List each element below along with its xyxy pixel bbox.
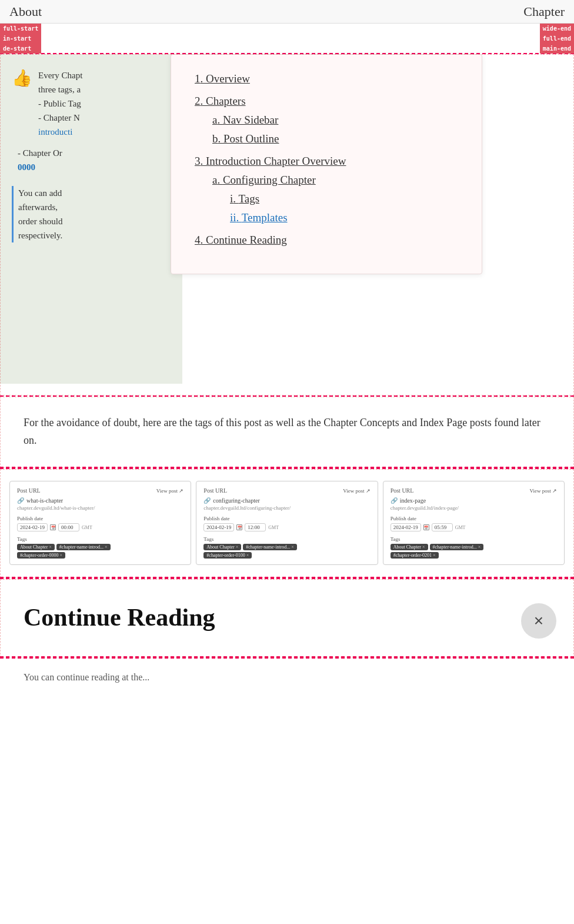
post-card-1-header-label: Post URL (17, 487, 41, 494)
left-text-add2: afterwards, (18, 202, 58, 212)
toc-sub-list-intro: Configuring Chapter Tags Templates (212, 174, 458, 224)
post-card-3-tag-1: About Chapter × (391, 544, 428, 550)
post-card-2-date-input[interactable]: 2024-02-19 (203, 523, 234, 531)
toc-label-intro-chapter[interactable]: Introduction Chapter Overview (195, 155, 346, 167)
post-card-2-date-row: 2024-02-19 📅 12:00 GMT (203, 523, 370, 531)
left-text-line4: - Chapter N (38, 113, 80, 122)
post-card-2-date-label: Publish date (203, 516, 370, 521)
tag-chip-x-4[interactable]: × (236, 544, 239, 550)
left-text-line2: three tags, a (38, 85, 81, 94)
close-button[interactable]: × (521, 603, 556, 639)
toc-label-continue[interactable]: Continue Reading (195, 234, 287, 246)
post-card-3-tags-row: About Chapter × #chapter-name-introd... … (391, 544, 557, 550)
avoidance-section: For the avoidance of doubt, here are the… (0, 397, 574, 468)
continue-reading-section-wrapper: Continue Reading × (0, 579, 574, 657)
post-card-1-date-row: 2024-02-19 📅 00:00 GMT (17, 523, 183, 531)
debug-tag-de-start: de-start (0, 44, 41, 54)
left-text-intro: introducti (38, 127, 72, 137)
post-card-2-tags-row: About Chapter × #chapter-name-introd... … (203, 544, 370, 550)
left-text-line1: Every Chapt (38, 71, 82, 80)
post-card-1-tag-3: #chapter-order-0000 × (17, 552, 65, 559)
post-card-2-tag-1: About Chapter × (203, 544, 241, 550)
post-card-3-url-row: 🔗 index-page (391, 497, 557, 504)
post-card-1-view-link[interactable]: View post ↗ (156, 488, 183, 494)
toc-label-templates[interactable]: Templates (230, 211, 288, 224)
post-card-1-time-input[interactable]: 00:00 (58, 523, 79, 531)
tag-chip-x-6[interactable]: × (246, 553, 249, 558)
post-card-3-time-input[interactable]: 05:59 (432, 523, 453, 531)
link-icon-3: 🔗 (391, 497, 398, 504)
toc-subsub-list: Tags Templates (230, 192, 458, 224)
left-text-line5: - Chapter Or (18, 148, 62, 158)
post-card-3-view-link[interactable]: View post ↗ (530, 488, 557, 494)
post-cards-section: Post URL View post ↗ 🔗 what-is-chapter c… (0, 469, 574, 578)
post-card-1-tag-2: #chapter-name-introd... × (56, 544, 111, 550)
post-card-1-url-row: 🔗 what-is-chapter (17, 497, 183, 504)
post-card-2-slug: configuring-chapter (213, 497, 259, 504)
post-card-2-url-full: chapter.devguild.ltd/configuring-chapter… (203, 505, 370, 511)
toc-panel: Overview Chapters Nav Sidebar Post Outli… (171, 54, 482, 274)
post-card-1-url-full: chapter.devguild.ltd/what-is-chapter/ (17, 505, 183, 511)
post-card-3-date-input[interactable]: 2024-02-19 (391, 523, 421, 531)
post-card-1-tags-label: Tags (17, 536, 183, 542)
post-card-2-url-row: 🔗 configuring-chapter (203, 497, 370, 504)
left-text-line3: - Public Tag (38, 99, 81, 108)
main-section: 👍 Every Chapt three tags, a - Public Tag… (0, 54, 574, 395)
post-card-1-tags-row: About Chapter × #chapter-name-introd... … (17, 544, 183, 550)
toc-item-overview: Overview (195, 72, 458, 85)
top-bar: About Chapter (0, 0, 574, 24)
debug-tag-full-start: full-start (0, 24, 41, 34)
post-card-1-tags-row-2: #chapter-order-0000 × (17, 552, 183, 559)
toc-label-tags[interactable]: Tags (230, 192, 259, 205)
post-card-3-tags-row-2: #chapter-order-0201 × (391, 552, 557, 559)
post-card-2-view-link[interactable]: View post ↗ (343, 488, 370, 494)
tag-chip-x-7[interactable]: × (422, 544, 425, 550)
debug-tag-main-end: main-end (540, 44, 574, 54)
nav-about[interactable]: About (9, 4, 42, 19)
toc-item-post-outline: Post Outline (212, 132, 458, 145)
tag-chip-x-9[interactable]: × (433, 553, 436, 558)
nav-chapter[interactable]: Chapter (523, 4, 565, 19)
post-card-2-tags-row-2: #chapter-order-0100 × (203, 552, 370, 559)
continue-reading-section: Continue Reading × (0, 579, 574, 657)
toc-item-chapters: Chapters Nav Sidebar Post Outline (195, 95, 458, 145)
link-icon-2: 🔗 (203, 497, 211, 504)
toc-label-nav-sidebar[interactable]: Nav Sidebar (212, 114, 278, 126)
left-panel-inner: 👍 Every Chapt three tags, a - Public Tag… (12, 68, 171, 242)
post-card-1: Post URL View post ↗ 🔗 what-is-chapter c… (9, 481, 191, 565)
toc-item-nav-sidebar: Nav Sidebar (212, 114, 458, 127)
toc-item-tags: Tags (230, 192, 458, 205)
toc-label-post-outline[interactable]: Post Outline (212, 132, 279, 145)
post-card-2-tag-3: #chapter-order-0100 × (203, 552, 252, 559)
toc-item-continue: Continue Reading (195, 234, 458, 247)
post-card-3-header-label: Post URL (391, 487, 414, 494)
toc-sub-list-chapters: Nav Sidebar Post Outline (212, 114, 458, 145)
tag-chip-x[interactable]: × (49, 544, 52, 550)
left-text-order-num: 0000 (18, 162, 35, 172)
tag-chip-x-8[interactable]: × (478, 544, 481, 550)
toc-item-templates: Templates (230, 211, 458, 224)
tag-chip-x-5[interactable]: × (291, 544, 294, 550)
bottom-hint-text: You can continue reading at the... (24, 672, 149, 682)
post-card-3-date-label: Publish date (391, 516, 557, 521)
post-card-2-gmt: GMT (268, 525, 279, 530)
toc-label-chapters[interactable]: Chapters (195, 95, 246, 107)
tag-chip-x-2[interactable]: × (105, 544, 108, 550)
post-card-2-time-input[interactable]: 12:00 (245, 523, 266, 531)
avoidance-text: For the avoidance of doubt, here are the… (24, 417, 540, 446)
post-cards-row: Post URL View post ↗ 🔗 what-is-chapter c… (9, 481, 565, 565)
page-wrapper: About Chapter full-start in-start de-sta… (0, 0, 574, 696)
tag-chip-x-3[interactable]: × (59, 553, 62, 558)
post-card-3-slug: index-page (400, 497, 426, 504)
toc-label-configuring[interactable]: Configuring Chapter (212, 174, 316, 186)
left-text-addmore: You can add afterwards, order should res… (12, 186, 171, 242)
post-card-3-header: Post URL View post ↗ (391, 487, 557, 494)
post-card-3-tags-label: Tags (391, 536, 557, 542)
debug-tag-wide-end: wide-end (540, 24, 574, 34)
toc-label-overview[interactable]: Overview (195, 72, 250, 85)
debug-tag-full-end: full-end (540, 34, 574, 44)
post-card-1-date-input[interactable]: 2024-02-19 (17, 523, 48, 531)
post-card-1-slug: what-is-chapter (26, 497, 63, 504)
post-card-1-tag-1: About Chapter × (17, 544, 55, 550)
post-card-3-tag-3: #chapter-order-0201 × (391, 552, 439, 559)
